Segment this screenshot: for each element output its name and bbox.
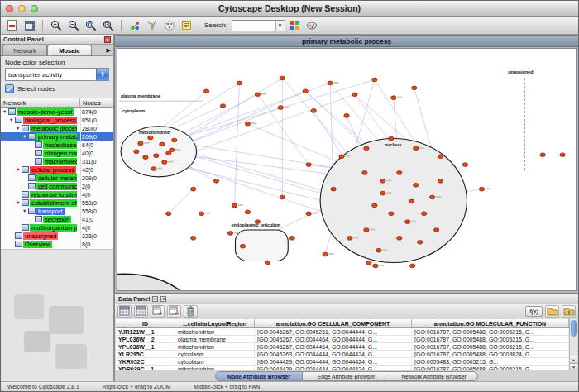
vizmapper-button[interactable]	[161, 17, 177, 33]
network-node[interactable]	[389, 212, 394, 216]
scrollbar-thumb[interactable]	[571, 320, 577, 337]
network-node[interactable]	[362, 171, 367, 175]
open-attributes-button[interactable]	[545, 305, 559, 318]
tab-node-attribute-browser[interactable]: Node Attribute Browser	[215, 371, 303, 381]
expander-icon[interactable]: ▼	[16, 165, 22, 174]
network-node[interactable]	[290, 236, 294, 240]
import-network-button[interactable]	[4, 17, 20, 33]
network-node[interactable]	[339, 155, 344, 159]
network-node[interactable]	[213, 179, 218, 183]
expander-icon[interactable]: ▼	[9, 116, 15, 124]
network-node[interactable]	[172, 138, 177, 142]
network-node[interactable]	[391, 96, 396, 100]
expander-icon[interactable]: ▼	[2, 108, 8, 116]
network-node[interactable]	[364, 228, 369, 232]
tab-network-attribute-browser[interactable]: Network Attribute Browser	[390, 371, 478, 381]
import-attributes-button[interactable]	[562, 305, 576, 318]
zoom-in-button[interactable]	[48, 17, 64, 33]
tree-row[interactable]: ▼establishment of lo...558(0	[1, 198, 113, 207]
network-node[interactable]	[227, 232, 232, 236]
network-node[interactable]	[245, 210, 250, 214]
tab-network[interactable]: Network	[2, 45, 47, 55]
network-node[interactable]	[265, 261, 270, 265]
expander-icon[interactable]: ▼	[22, 132, 28, 141]
tree-row[interactable]: cellular metabol...209(0	[1, 174, 113, 182]
tree-row[interactable]: macromolecule ...311(0	[1, 157, 113, 165]
tab-edge-attribute-browser[interactable]: Edge Attribute Browser	[303, 371, 390, 381]
save-session-button[interactable]	[22, 17, 37, 33]
network-node[interactable]	[389, 136, 394, 141]
formula-builder-button[interactable]: f(x)	[525, 306, 543, 317]
data-panel-titlebar[interactable]: Data Panel □ x	[115, 294, 578, 304]
close-data-panel-icon[interactable]: x	[160, 296, 166, 302]
network-node[interactable]	[166, 151, 171, 155]
search-input[interactable]	[232, 21, 275, 31]
column-header-region[interactable]: ...cellularLayoutRegion	[175, 319, 255, 327]
network-node[interactable]	[190, 236, 195, 240]
network-node[interactable]	[232, 203, 237, 208]
network-node[interactable]	[429, 195, 434, 199]
tree-row[interactable]: ▼mosaic-demo-yeast874(0	[1, 108, 113, 116]
network-node[interactable]	[462, 163, 467, 167]
network-node[interactable]	[380, 191, 385, 195]
network-canvas-svg[interactable]: plasma membrane cytoplasm mitochondrion …	[117, 49, 576, 290]
network-node[interactable]	[306, 163, 311, 167]
network-node[interactable]	[220, 104, 225, 108]
attribute-table[interactable]: ID ...cellularLayoutRegion annotation.GO…	[116, 319, 569, 370]
network-node[interactable]	[417, 240, 422, 244]
table-vertical-scrollbar[interactable]: ▲ ▼	[569, 319, 577, 370]
tree-row[interactable]: nucleobase, nucl...64(0	[1, 141, 113, 149]
network-node[interactable]	[560, 153, 565, 157]
network-node[interactable]	[240, 244, 245, 248]
network-node[interactable]	[154, 154, 159, 158]
create-attribute-button[interactable]	[151, 305, 165, 318]
network-tree[interactable]: ▼mosaic-demo-yeast874(0▼biological_proce…	[1, 108, 113, 250]
network-node[interactable]	[347, 236, 352, 240]
network-node[interactable]	[414, 146, 419, 151]
network-node[interactable]	[245, 122, 250, 126]
network-node[interactable]	[328, 81, 333, 85]
table-row[interactable]: YJR121W__1mitochondrion[GO:0045267, GO:0…	[116, 328, 569, 336]
column-header-id[interactable]: ID	[116, 319, 175, 327]
node-color-select[interactable]: transporter activity ▲▼	[5, 68, 109, 81]
network-node[interactable]	[438, 155, 443, 159]
zoom-fit-button[interactable]	[100, 17, 116, 33]
network-node[interactable]	[376, 248, 381, 252]
tree-row[interactable]: multi-organism pro...4(0	[1, 223, 113, 232]
table-row[interactable]: YKR052Ccytoplasm[GO:0044429, GO:0044444,…	[116, 358, 569, 366]
window-titlebar[interactable]: Cytoscape Desktop (New Session)	[1, 1, 578, 17]
tree-row[interactable]: ▼metabolic process280(0	[1, 124, 113, 132]
network-node[interactable]	[421, 212, 426, 216]
create-network-from-selection-button[interactable]	[127, 17, 142, 33]
tree-header-nodes[interactable]: Nodes	[80, 98, 113, 107]
network-node[interactable]	[143, 155, 148, 160]
tree-row[interactable]: ▼transport558(0	[1, 207, 113, 215]
network-node[interactable]	[166, 212, 171, 216]
expander-icon[interactable]: ▼	[16, 198, 22, 207]
tree-row[interactable]: nitrogen compou...40(0	[1, 149, 113, 157]
tree-row[interactable]: secretion41(0	[1, 215, 113, 223]
network-view-titlebar[interactable]: primary metabolic process	[115, 36, 578, 47]
table-row[interactable]: YLR295Ccytoplasm[GO:0045263, GO:0044444,…	[116, 351, 569, 358]
select-nodes-checkbox[interactable]: ✓	[5, 84, 14, 93]
network-node[interactable]	[373, 264, 378, 268]
tab-mosaic[interactable]: Mosaic	[47, 45, 92, 55]
network-node[interactable]	[479, 187, 484, 191]
network-node[interactable]	[255, 93, 260, 97]
network-node[interactable]	[306, 212, 311, 216]
network-node[interactable]	[409, 199, 414, 203]
tree-row[interactable]: Overview8(0	[1, 240, 113, 248]
close-panel-icon[interactable]: x	[104, 36, 111, 43]
annotations-button[interactable]	[179, 17, 194, 33]
network-node[interactable]	[397, 171, 402, 175]
zoom-out-button[interactable]	[65, 17, 81, 33]
network-node[interactable]	[311, 109, 316, 113]
network-node[interactable]	[433, 228, 438, 232]
network-node[interactable]	[303, 89, 308, 93]
tree-row[interactable]: ▼biological_process851(0	[1, 116, 113, 124]
network-node[interactable]	[237, 81, 242, 85]
network-node[interactable]	[405, 220, 410, 224]
network-node[interactable]	[323, 252, 328, 256]
float-panel-icon[interactable]: □	[152, 296, 158, 302]
network-node[interactable]	[160, 142, 165, 146]
